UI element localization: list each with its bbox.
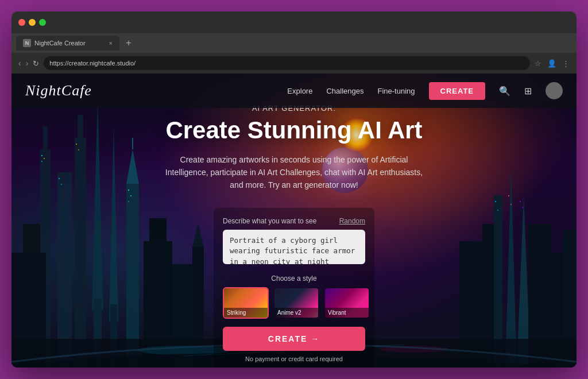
search-icon[interactable]: 🔍 — [499, 86, 510, 96]
address-bar: ‹ › ↻ https://creator.nightcafe.studio/ … — [11, 53, 577, 74]
new-tab-button[interactable]: + — [122, 36, 136, 50]
user-avatar[interactable] — [546, 82, 563, 99]
toolbar-icons: ☆ 👤 ⋮ — [535, 59, 570, 68]
nav-buttons: ‹ › ↻ — [18, 59, 39, 68]
tab-group: N NightCafe Creator × + — [16, 36, 572, 51]
no-payment-text: No payment or credit card required — [223, 355, 365, 362]
tab-title: NightCafe Creator — [34, 40, 86, 47]
style-option-vibrant[interactable]: Vibrant — [324, 287, 370, 319]
profile-icon[interactable]: 👤 — [547, 59, 556, 68]
tab-bar: N NightCafe Creator × + — [11, 33, 577, 53]
style-option-striking[interactable]: Striking — [223, 287, 269, 319]
tab-close-button[interactable]: × — [109, 40, 113, 47]
content-area: NightCafe Explore Challenges Fine-tuning… — [11, 74, 577, 368]
url-bar[interactable]: https://creator.nightcafe.studio/ — [44, 56, 530, 70]
grid-icon[interactable]: ⊞ — [524, 86, 532, 96]
hero-content: AI ART GENERATOR: Create Stunning AI Art… — [11, 108, 577, 368]
prompt-label: Describe what you want to see — [223, 217, 316, 225]
style-option-anime[interactable]: Anime v2 — [273, 287, 319, 319]
hero-description: Create amazing artworks in seconds using… — [162, 153, 426, 192]
menu-icon[interactable]: ⋮ — [562, 59, 570, 68]
forward-button[interactable]: › — [26, 59, 29, 68]
nav-create-button[interactable]: CREATE — [429, 82, 485, 100]
site-logo[interactable]: NightCafe — [25, 82, 92, 99]
style-option-label-vibrant: Vibrant — [325, 308, 369, 318]
traffic-lights — [18, 19, 46, 26]
random-link[interactable]: Random — [339, 217, 365, 225]
site-nav: Explore Challenges Fine-tuning CREATE 🔍 … — [287, 82, 563, 100]
hero-title: Create Stunning AI Art — [165, 117, 422, 144]
style-options: Striking Anime v2 Vibrant — [223, 287, 365, 319]
style-section: Choose a style Striking Anime v2 Vibr — [223, 274, 365, 319]
nav-link-fine-tuning[interactable]: Fine-tuning — [377, 87, 415, 95]
form-container: Describe what you want to see Random Cho… — [214, 208, 374, 368]
traffic-light-red[interactable] — [18, 19, 25, 26]
site-navbar: NightCafe Explore Challenges Fine-tuning… — [11, 74, 577, 108]
form-label-row: Describe what you want to see Random — [223, 217, 365, 225]
prompt-input[interactable] — [223, 230, 365, 264]
browser-window: N NightCafe Creator × + ‹ › ↻ https://cr… — [11, 11, 577, 368]
traffic-light-yellow[interactable] — [29, 19, 36, 26]
title-bar — [11, 11, 577, 33]
traffic-light-green[interactable] — [39, 19, 46, 26]
style-label: Choose a style — [223, 274, 365, 283]
style-option-label-anime: Anime v2 — [274, 308, 318, 318]
nav-link-challenges[interactable]: Challenges — [326, 87, 363, 95]
back-button[interactable]: ‹ — [18, 59, 21, 68]
active-tab[interactable]: N NightCafe Creator × — [16, 36, 119, 51]
reload-button[interactable]: ↻ — [33, 59, 39, 68]
url-text: https://creator.nightcafe.studio/ — [49, 60, 136, 67]
create-button[interactable]: CREATE → — [223, 327, 365, 351]
tab-favicon: N — [23, 39, 31, 47]
style-option-label-striking: Striking — [224, 308, 268, 318]
bookmark-icon[interactable]: ☆ — [535, 59, 541, 68]
nav-link-explore[interactable]: Explore — [287, 87, 312, 95]
